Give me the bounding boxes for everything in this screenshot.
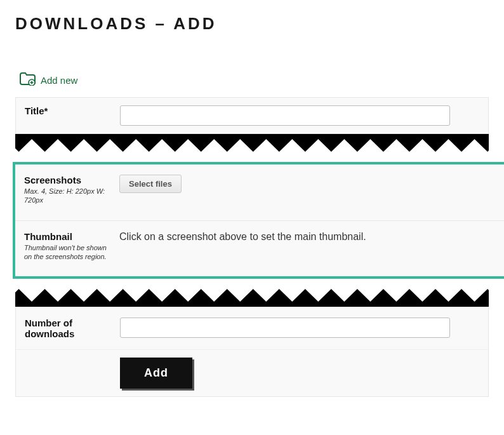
screenshots-label: Screenshots (24, 175, 113, 185)
cut-divider-bottom (15, 279, 489, 307)
page-title: DOWNLOADS – ADD (15, 14, 489, 34)
select-files-button[interactable]: Select files (119, 175, 182, 193)
screenshots-sublabel: Max. 4, Size: H: 220px W: 720px (24, 187, 113, 205)
thumbnail-sublabel: Thumbnail won't be shown on the screensh… (24, 243, 113, 262)
add-new-link[interactable]: Add new (19, 72, 489, 88)
svg-marker-3 (15, 134, 489, 152)
add-button-row: Add (16, 350, 488, 396)
title-row: Title* (16, 98, 488, 133)
thumbnail-label: Thumbnail (24, 231, 113, 242)
add-button[interactable]: Add (120, 358, 192, 389)
num-downloads-label: Number of downloads (25, 318, 114, 339)
thumbnail-row: Thumbnail Thumbnail won't be shown on th… (15, 221, 504, 277)
folder-plus-icon (19, 72, 36, 88)
num-downloads-input[interactable] (120, 318, 450, 338)
add-new-label: Add new (41, 75, 77, 86)
num-downloads-row: Number of downloads (16, 307, 488, 350)
thumbnail-instruction: Click on a screenshot above to set the m… (119, 231, 495, 243)
title-input[interactable] (120, 105, 450, 126)
highlighted-section: Screenshots Max. 4, Size: H: 220px W: 72… (13, 162, 504, 279)
svg-marker-4 (15, 289, 489, 307)
screenshots-row: Screenshots Max. 4, Size: H: 220px W: 72… (15, 164, 504, 221)
cut-divider-top (15, 134, 489, 162)
title-label: Title* (25, 105, 114, 116)
